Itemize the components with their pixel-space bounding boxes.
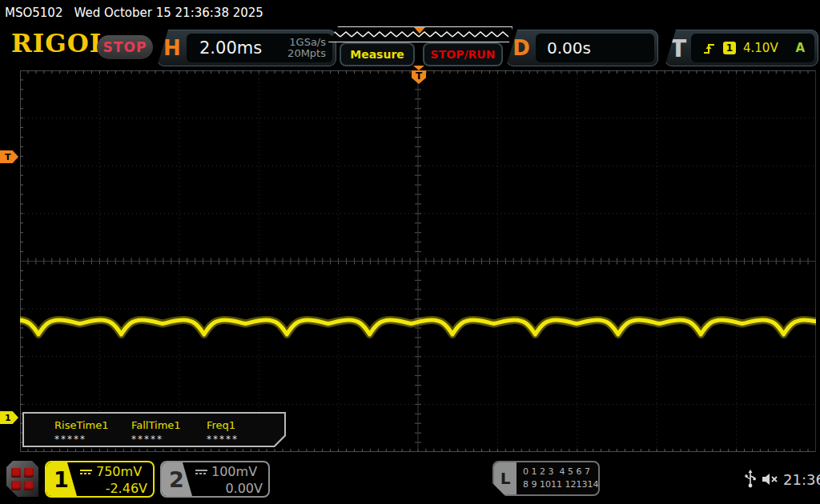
speaker-muted-icon[interactable] — [761, 472, 782, 486]
system-clock: 21:36 — [783, 471, 820, 488]
measurement-freq: Freq1 ***** — [207, 419, 239, 445]
sample-rate-memory: 1GSa/s20Mpts — [287, 37, 332, 59]
horizontal-label: H — [158, 36, 187, 60]
measurement-label: FallTime1 — [131, 419, 181, 431]
overview-trigger-marker-icon[interactable] — [414, 27, 425, 34]
logic-channels-block[interactable]: L 0 1 2 3 4 5 6 78 9 1011 12131415 — [492, 461, 600, 496]
graticule-grid — [20, 70, 816, 452]
channel1-ground-marker[interactable]: 1 — [0, 411, 18, 424]
channel2-scale: 100mV — [211, 464, 257, 479]
status-line: MSO5102Wed October 15 21:36:38 2025 — [5, 6, 275, 20]
trigger-label: T — [665, 34, 691, 62]
sample-rate: 1GSa/s — [289, 36, 326, 48]
channel1-scale: 750mV — [96, 464, 142, 479]
dc-coupling-icon — [80, 470, 92, 474]
rising-edge-icon — [702, 42, 716, 54]
measurement-box-border: RiseTime1 ***** FallTime1 ***** Freq1 **… — [22, 412, 286, 447]
measurement-value: ***** — [207, 434, 239, 445]
rigol-logo: RIGOL — [11, 31, 108, 56]
logic-row1: 0 1 2 3 4 5 6 7 — [523, 466, 590, 477]
measurement-label: Freq1 — [207, 419, 239, 431]
logic-row2: 8 9 1011 12131415 — [523, 479, 600, 490]
logic-tab[interactable]: L — [494, 462, 517, 494]
trigger-panel[interactable]: T 1 4.10V A — [665, 30, 818, 66]
measurement-value: ***** — [131, 434, 181, 445]
timebase-value: 2.00ms — [187, 38, 287, 58]
menu-grid-icon — [11, 468, 34, 490]
dc-coupling-icon — [195, 470, 207, 474]
horizontal-panel[interactable]: H 2.00ms 1GSa/s20Mpts — [157, 30, 336, 66]
measurement-label: RiseTime1 — [54, 419, 109, 431]
delay-label: D — [507, 36, 536, 60]
trigger-level-value: 4.10V — [743, 41, 778, 55]
trigger-position-pointer-icon[interactable] — [413, 66, 424, 70]
acquisition-status-badge: STOP — [97, 35, 153, 59]
model-name: MSO5102 — [5, 6, 62, 20]
memory-depth: 20Mpts — [287, 47, 326, 59]
datetime: Wed October 15 21:36:38 2025 — [74, 6, 263, 20]
usb-icon — [744, 470, 757, 489]
measurement-box[interactable]: RiseTime1 ***** FallTime1 ***** Freq1 **… — [24, 414, 284, 446]
channel1-number-tab[interactable]: 1 — [46, 462, 77, 496]
waveform-display[interactable] — [20, 70, 816, 452]
delay-value: 0.00s — [536, 38, 591, 58]
stop-run-button[interactable]: STOP/RUN — [423, 42, 503, 66]
channel2-number-tab[interactable]: 2 — [162, 462, 192, 496]
channel2-offset: 0.00V — [195, 481, 263, 496]
trigger-mode: A — [795, 41, 805, 55]
measure-button[interactable]: Measure — [340, 42, 415, 66]
trigger-level-marker[interactable]: T — [0, 150, 18, 163]
trigger-source-badge: 1 — [723, 42, 736, 54]
channel1-offset: -2.46V — [80, 481, 147, 496]
delay-panel[interactable]: D 0.00s — [506, 30, 658, 66]
measurement-falltime: FallTime1 ***** — [131, 419, 181, 445]
channel2-block[interactable]: 2 100mV 0.00V — [160, 461, 270, 498]
measurement-risetime: RiseTime1 ***** — [54, 419, 109, 445]
channel1-block[interactable]: 1 750mV -2.46V — [45, 461, 155, 498]
logic-channel-numbers: 0 1 2 3 4 5 6 78 9 1011 12131415 — [523, 466, 600, 491]
main-menu-button[interactable] — [6, 461, 38, 497]
measurement-value: ***** — [54, 434, 109, 445]
